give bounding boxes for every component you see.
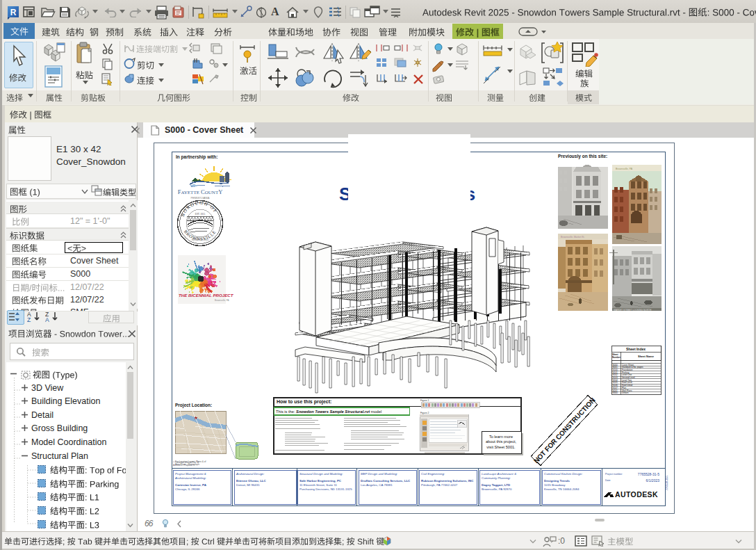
svg-text:How to use this project:: How to use this project: xyxy=(277,399,331,405)
svg-text:This is the: Snowdon Towers Sa: This is the: Snowdon Towers Sample Struc… xyxy=(276,410,381,414)
svg-text:A: A xyxy=(45,316,49,323)
svg-text:AUTODESK: AUTODESK xyxy=(615,490,658,499)
svg-text:Architectural Design:: Architectural Design: xyxy=(236,472,265,476)
svg-text:Etienne Olseau, LLC: Etienne Olseau, LLC xyxy=(236,479,267,483)
svg-text:Architects - Proposal 7: Architects - Proposal 7 xyxy=(173,464,195,467)
svg-text:Sheet Name: Sheet Name xyxy=(638,355,655,358)
svg-text:Project number: Project number xyxy=(605,473,623,476)
svg-text:1015 Broadway: 1015 Broadway xyxy=(544,483,566,487)
svg-text:Designing Trends: Designing Trends xyxy=(544,479,570,483)
svg-text:Brownsville. Market St.: Brownsville. Market St. xyxy=(561,236,585,238)
svg-text:Knoxville, TN 16664-2084: Knoxville, TN 16664-2084 xyxy=(544,487,580,491)
svg-text:Figure 2: Figure 2 xyxy=(420,412,429,414)
svg-text:Pittsburgh, PA 77462-0247: Pittsburgh, PA 77462-0247 xyxy=(421,483,458,487)
svg-text:THE BICENNIAL PROJECT: THE BICENNIAL PROJECT xyxy=(179,293,234,298)
svg-text:visit Sheet 5001.: visit Sheet 5001. xyxy=(486,445,516,449)
svg-text:FAYETTE COUNTY: FAYETTE COUNTY xyxy=(178,188,223,195)
svg-text:Architectural Modeling:: Architectural Modeling: xyxy=(174,476,206,480)
svg-text:Rubicon Engineering Solutions,: Rubicon Engineering Solutions, INC xyxy=(421,479,474,483)
svg-text:Civil Engineering:: Civil Engineering: xyxy=(421,472,445,476)
svg-text:Number: Number xyxy=(612,356,621,359)
svg-text:Previously on this site:: Previously on this site: xyxy=(558,154,607,159)
svg-text:Chicago, IL 28246: Chicago, IL 28246 xyxy=(175,487,200,491)
svg-text:Brownsville, PA 92870: Brownsville, PA 92870 xyxy=(482,487,512,491)
svg-text:Brownsville, PA: Brownsville, PA xyxy=(215,299,229,302)
svg-text:about this project,: about this project, xyxy=(486,439,517,444)
svg-text:MARKET STREET LOOKING NORTH: MARKET STREET LOOKING NORTH xyxy=(614,309,652,312)
svg-text:Cartesian Inverse, PA: Cartesian Inverse, PA xyxy=(175,483,207,487)
svg-text:R: R xyxy=(10,8,17,17)
svg-text:PENNSYLVANIA: PENNSYLVANIA xyxy=(190,197,210,200)
svg-text:Detroit, MI 96431: Detroit, MI 96431 xyxy=(236,483,260,487)
svg-text:7765528-31-5: 7765528-31-5 xyxy=(666,476,668,490)
svg-text:S300: S300 xyxy=(613,391,618,394)
svg-text:Brownsville, PA: Brownsville, PA xyxy=(616,168,633,170)
svg-text:Structural Design and Modeling: Structural Design and Modeling: xyxy=(299,472,343,476)
svg-text:In partnership with:: In partnership with: xyxy=(176,154,217,160)
svg-text:To learn more: To learn more xyxy=(489,435,513,439)
svg-text:Sheet Index: Sheet Index xyxy=(626,347,646,351)
svg-text:Z: Z xyxy=(27,316,31,323)
svg-text:Dagny Taggart, LTD: Dagny Taggart, LTD xyxy=(482,483,510,487)
svg-text:Droffats Consulting Services,: Droffats Consulting Services, LLC xyxy=(361,479,411,483)
svg-text:Landscape Architecture &: Landscape Architecture & xyxy=(482,472,516,476)
svg-text:Safe Harbor Engineering, PC: Safe Harbor Engineering, PC xyxy=(299,479,342,483)
svg-text:Commercial Kitchen Design:: Commercial Kitchen Design: xyxy=(544,472,583,476)
svg-text:Details: Details xyxy=(622,391,629,394)
svg-text:Purchasing Decisions, ND 13131: Purchasing Decisions, ND 13131-1325 xyxy=(299,487,352,491)
svg-text:Los Angeles, CA 78381: Los Angeles, CA 78381 xyxy=(361,483,393,487)
svg-text:7765528-31-5: 7765528-31-5 xyxy=(638,472,659,476)
svg-text:11 Eleventh Street, Suite 11: 11 Eleventh Street, Suite 11 xyxy=(299,483,338,487)
svg-text:PENNSYLVANIA: PENNSYLVANIA xyxy=(192,238,209,241)
svg-text:Project Location:: Project Location: xyxy=(175,403,212,408)
svg-text:Project Management &: Project Management & xyxy=(175,472,206,476)
svg-text:Figure 1: Figure 1 xyxy=(420,399,429,402)
svg-text:6/1/2023: 6/1/2023 xyxy=(646,478,660,483)
svg-text:Date: Date xyxy=(605,479,611,482)
svg-text:MEP Design and Modeling:: MEP Design and Modeling: xyxy=(361,472,398,476)
svg-text:EST. 1815: EST. 1815 xyxy=(195,213,206,216)
svg-text:Community Planning:: Community Planning: xyxy=(482,476,511,480)
